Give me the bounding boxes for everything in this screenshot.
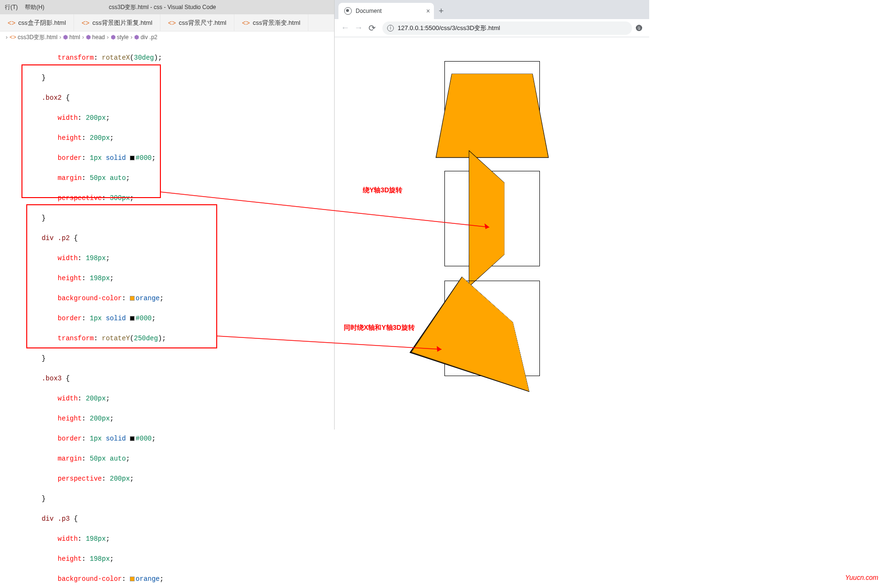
cube-icon: ⬢ bbox=[111, 34, 116, 41]
tab-3[interactable]: <>css背景尺寸.html bbox=[160, 14, 234, 31]
vscode-menubar[interactable]: 行(T) 帮助(H) css3D变形.html - css - Visual S… bbox=[0, 0, 334, 14]
breadcrumb-html[interactable]: ⬢html bbox=[63, 34, 80, 41]
watermark: Yuucn.com bbox=[845, 574, 878, 581]
tab-1[interactable]: <>css盒子阴影.html bbox=[0, 14, 74, 31]
highlight-box-1 bbox=[21, 64, 161, 198]
svg-line-2 bbox=[217, 336, 442, 349]
svg-line-0 bbox=[160, 192, 489, 227]
chevron-right-icon: › bbox=[59, 34, 61, 41]
tab-title: Document bbox=[356, 8, 382, 14]
breadcrumb-file[interactable]: <>css3D变形.html bbox=[10, 33, 57, 42]
breadcrumb-head[interactable]: ⬢head bbox=[86, 34, 105, 41]
arrow-1 bbox=[160, 190, 494, 233]
rotated-shape-1 bbox=[435, 74, 548, 158]
chevron-right-icon: › bbox=[107, 34, 109, 41]
address-bar[interactable]: i 127.0.0.1:5500/css/3/css3D变形.html bbox=[382, 21, 632, 35]
svg-marker-1 bbox=[485, 223, 489, 229]
forward-button[interactable]: → bbox=[352, 23, 365, 33]
favicon-icon bbox=[344, 7, 352, 15]
demo-box-3 bbox=[444, 281, 540, 376]
editor-tabs[interactable]: <>css盒子阴影.html <>css背景图片重复.html <>css背景尺… bbox=[0, 14, 334, 32]
color-swatch-black bbox=[130, 436, 135, 441]
tab-2[interactable]: <>css背景图片重复.html bbox=[74, 14, 160, 31]
close-icon[interactable]: × bbox=[426, 7, 430, 15]
chrome-tabstrip[interactable]: Document × + bbox=[335, 0, 649, 19]
breadcrumb[interactable]: › <>css3D变形.html › ⬢html › ⬢head › ⬢styl… bbox=[0, 32, 334, 43]
browser-tab[interactable]: Document × bbox=[338, 3, 434, 19]
svg-marker-3 bbox=[437, 346, 442, 352]
tab-4[interactable]: <>css背景渐变.html bbox=[234, 14, 308, 31]
html-icon: <> bbox=[242, 19, 250, 27]
chevron-right-icon: › bbox=[130, 34, 132, 41]
color-swatch-orange bbox=[130, 577, 135, 581]
menu-item-help[interactable]: 帮助(H) bbox=[25, 3, 44, 11]
chevron-right-icon: › bbox=[6, 34, 8, 41]
url-text: 127.0.0.1:5500/css/3/css3D变形.html bbox=[398, 24, 500, 32]
annotation-2: 同时绕X轴和Y轴3D旋转 bbox=[344, 324, 415, 332]
html-icon: <> bbox=[82, 19, 89, 27]
file-icon: <> bbox=[10, 34, 16, 41]
menu-item-line[interactable]: 行(T) bbox=[5, 3, 18, 11]
new-tab-button[interactable]: + bbox=[439, 6, 444, 19]
chevron-right-icon: › bbox=[82, 34, 84, 41]
window-title: css3D变形.html - css - Visual Studio Code bbox=[109, 3, 216, 11]
reload-button[interactable]: ⟳ bbox=[365, 23, 379, 33]
browser-toolbar: ← → ⟳ i 127.0.0.1:5500/css/3/css3D变形.htm… bbox=[335, 19, 649, 37]
arrow-2 bbox=[217, 334, 446, 353]
html-icon: <> bbox=[168, 19, 176, 27]
cube-icon: ⬢ bbox=[86, 34, 91, 41]
breadcrumb-style[interactable]: ⬢style bbox=[111, 34, 129, 41]
html-icon: <> bbox=[8, 19, 15, 27]
cube-icon: ⬢ bbox=[134, 34, 139, 41]
site-info-icon[interactable]: i bbox=[387, 25, 394, 32]
cube-icon: ⬢ bbox=[63, 34, 68, 41]
demo-box-1 bbox=[444, 61, 540, 157]
translate-icon[interactable]: 🅖 bbox=[636, 24, 645, 32]
back-button[interactable]: ← bbox=[338, 23, 352, 33]
breadcrumb-selector[interactable]: ⬢div .p2 bbox=[134, 34, 157, 41]
